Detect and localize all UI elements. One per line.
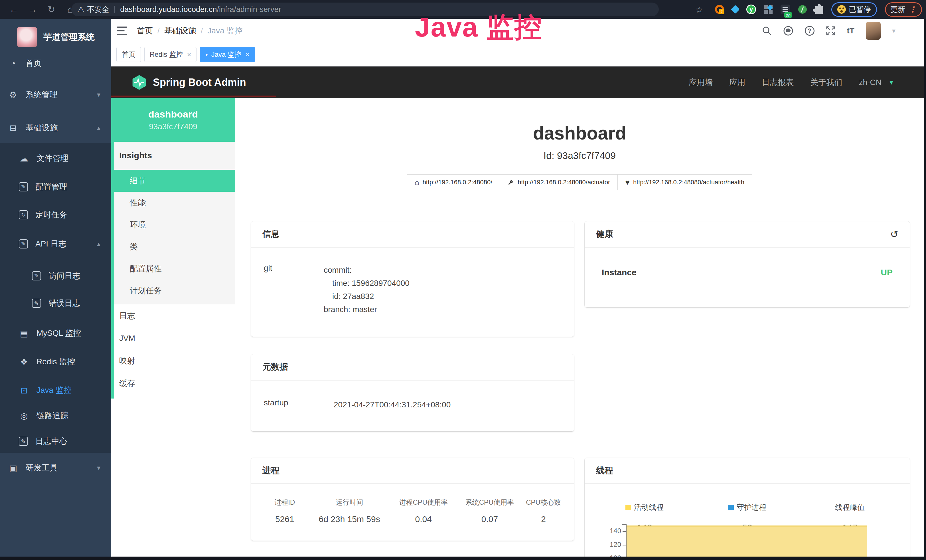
sidebar-item-system[interactable]: ⚙ 系统管理 ▾	[0, 80, 111, 109]
extension-icon-grid[interactable]	[764, 5, 773, 14]
hamburger-menu-icon[interactable]	[117, 27, 127, 35]
wrench-icon	[507, 179, 514, 186]
link-home-url[interactable]: ⌂ http://192.168.0.2:48080/	[407, 174, 500, 190]
sba-nav-about[interactable]: 关于我们	[811, 77, 843, 88]
link-actuator-url[interactable]: http://192.168.0.2:48080/actuator	[500, 174, 618, 190]
instance-header[interactable]: dashboard 93a3fc7f7409	[111, 98, 235, 142]
user-avatar[interactable]	[866, 22, 881, 40]
sba-menu-item-jvm[interactable]: JVM	[114, 327, 235, 350]
sidebar-item-file-management[interactable]: ☁ 文件管理	[0, 144, 111, 173]
tab-redis-monitor[interactable]: Redis 监控 ×	[144, 47, 197, 62]
breadcrumb-home[interactable]: 首页	[137, 26, 153, 36]
bookmark-star-icon[interactable]: ☆	[695, 5, 703, 15]
sba-menu-item-config-props[interactable]: 配置属性	[114, 257, 235, 280]
address-bar[interactable]: ⚠ 不安全 dashboard.yudao.iocoder.cn/infra/a…	[71, 3, 659, 16]
sba-instance-sidebar: dashboard 93a3fc7f7409 Insights 细节 性能 环境…	[111, 98, 235, 557]
sba-language-select[interactable]: zh-CN	[859, 78, 882, 87]
sba-menu-item-classes[interactable]: 类	[114, 236, 235, 257]
sidebar-item-label: 日志中心	[35, 436, 67, 447]
chevron-up-icon: ▴	[97, 240, 100, 248]
link-label: http://192.168.0.2:48080/actuator/health	[633, 179, 744, 186]
sidebar-item-label: 系统管理	[26, 89, 57, 100]
sidebar-item-scheduled-tasks[interactable]: ↻ 定时任务	[0, 201, 111, 229]
sba-menu-item-details[interactable]: 细节	[114, 170, 235, 192]
extensions-puzzle-icon[interactable]	[815, 6, 823, 14]
sidebar-item-dev-tools[interactable]: ▣ 研发工具 ▾	[0, 454, 111, 482]
extension-icon-green[interactable]: y	[746, 5, 756, 14]
sidebar-item-log-center[interactable]: ✎ 日志中心	[0, 427, 111, 456]
axis-cap	[622, 524, 626, 525]
forward-icon[interactable]: →	[27, 4, 38, 15]
spring-boot-admin-logo-icon[interactable]	[131, 74, 147, 91]
sba-menu-item-caches[interactable]: 缓存	[114, 372, 235, 395]
status-badge: UP	[881, 268, 893, 277]
card-process-body: 进程ID 运行时间 进程CPU使用率 系统CPU使用率 CPU核心数 5261 …	[251, 484, 574, 524]
info-row-git: git commit: time: 1596289704000 id: 27aa…	[264, 263, 561, 316]
close-icon[interactable]: ×	[187, 50, 191, 59]
sidebar-item-home[interactable]: ◔ 首页	[0, 49, 111, 77]
back-icon[interactable]: ←	[9, 4, 19, 15]
url-path: /infra/admin-server	[217, 5, 281, 14]
sidebar-item-config-management[interactable]: ✎ 配置管理	[0, 173, 111, 201]
eye-icon: ◎	[19, 410, 29, 421]
sidebar-item-redis-monitor[interactable]: ❖ Redis 监控	[0, 348, 111, 376]
legend-live-threads: 活动线程	[593, 502, 696, 512]
close-icon[interactable]: ×	[245, 50, 250, 59]
reload-icon[interactable]: ↻	[46, 4, 56, 15]
clock-icon: ↻	[19, 210, 28, 219]
paused-button[interactable]: 已暂停	[831, 2, 877, 17]
sidebar-item-trace[interactable]: ◎ 链路追踪	[0, 401, 111, 430]
font-size-icon[interactable]: tT	[847, 26, 855, 35]
sidebar-item-java-monitor[interactable]: ⊡ Java 监控	[0, 376, 111, 404]
breadcrumb: 首页 / 基础设施 / Java 监控	[137, 26, 243, 36]
sidebar-item-api-logs[interactable]: ✎ API 日志 ▴	[0, 230, 111, 258]
process-cpu: 0.04	[386, 515, 461, 524]
column-header: 系统CPU使用率	[461, 498, 519, 507]
extension-icon-list[interactable]: on	[781, 5, 790, 14]
fullscreen-icon[interactable]	[826, 26, 835, 36]
card-info: 信息 git commit: time: 1596289704000 id: 2…	[251, 221, 574, 337]
extension-icon-leaf[interactable]	[798, 5, 807, 14]
divider	[114, 6, 115, 13]
link-health-url[interactable]: ♥ http://192.168.0.2:48080/actuator/heal…	[617, 174, 752, 190]
sidebar-item-infrastructure[interactable]: ⊟ 基础设施 ▴	[0, 114, 111, 142]
database-icon: ▤	[19, 328, 29, 338]
url-host: dashboard.yudao.iocoder.cn	[120, 5, 217, 14]
extension-icon-orange[interactable]: 1	[715, 5, 724, 14]
sba-nav-applications[interactable]: 应用	[729, 77, 746, 88]
security-label[interactable]: 不安全	[87, 5, 109, 15]
sba-nav-applications-wall[interactable]: 应用墙	[689, 77, 713, 88]
instance-id: 93a3fc7f7409	[149, 122, 197, 131]
extension-icon-pin[interactable]	[731, 5, 740, 14]
sidebar-item-label: 首页	[26, 58, 42, 69]
search-icon[interactable]	[762, 26, 772, 36]
caret-down-icon[interactable]: ▾	[890, 78, 893, 87]
column-header: CPU核心数	[519, 498, 568, 507]
update-button[interactable]: 更新⋮	[885, 2, 922, 17]
sidebar-item-error-logs[interactable]: ✎ 错误日志	[0, 289, 111, 318]
tab-java-monitor[interactable]: ● Java 监控 ×	[200, 47, 255, 62]
tab-label: Java 监控	[211, 50, 241, 59]
breadcrumb-infrastructure[interactable]: 基础设施	[164, 26, 196, 36]
sba-menu-item-scheduled[interactable]: 计划任务	[114, 280, 235, 301]
sba-menu-item-metrics[interactable]: 性能	[114, 192, 235, 214]
history-icon[interactable]: ↺	[890, 229, 899, 240]
health-row-instance[interactable]: Instance UP	[602, 268, 893, 277]
sidebar-item-mysql-monitor[interactable]: ▤ MySQL 监控	[0, 319, 111, 348]
layers-icon: ❖	[19, 357, 29, 367]
sba-nav: 应用墙 应用 日志报表 关于我们 zh-CN ▾	[689, 77, 924, 88]
sba-nav-journal[interactable]: 日志报表	[762, 77, 794, 88]
app-logo-row[interactable]: 芋道管理系统	[0, 23, 111, 51]
help-icon[interactable]: ?	[805, 26, 814, 36]
sba-menu-item-environment[interactable]: 环境	[114, 214, 235, 236]
instance-name: dashboard	[148, 109, 198, 120]
sidebar-item-label: MySQL 监控	[36, 328, 81, 339]
github-icon[interactable]	[783, 26, 793, 36]
sidebar-item-label: 错误日志	[48, 298, 80, 309]
sba-brand-title[interactable]: Spring Boot Admin	[153, 76, 246, 88]
caret-down-icon[interactable]: ▾	[892, 27, 896, 35]
tab-home[interactable]: 首页	[117, 47, 141, 62]
sba-menu-item-logs[interactable]: 日志	[114, 304, 235, 327]
sba-menu-item-mappings[interactable]: 映射	[114, 350, 235, 372]
sidebar-item-access-logs[interactable]: ✎ 访问日志	[0, 262, 111, 290]
